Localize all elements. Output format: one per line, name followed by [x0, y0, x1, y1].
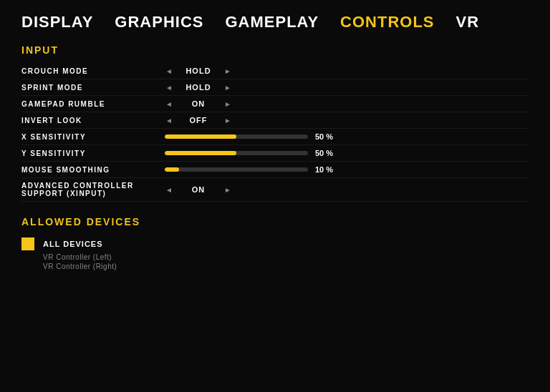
setting-row: SPRINT MODEHOLD	[21, 79, 529, 96]
setting-row: MOUSE SMOOTHING10 %	[21, 162, 529, 178]
setting-label: ADVANCED CONTROLLER SUPPORT (XINPUT)	[21, 182, 165, 197]
setting-label: CROUCH MODE	[21, 67, 165, 75]
nav-item-graphics[interactable]: GRAPHICS	[115, 13, 203, 31]
setting-value: HOLD	[180, 83, 216, 92]
slider-track[interactable]	[165, 167, 308, 172]
slider-control: 50 %	[165, 132, 529, 141]
arrow-left[interactable]	[165, 99, 173, 108]
device-item: ALL DEVICES	[21, 235, 529, 253]
slider-percent: 50 %	[315, 149, 340, 157]
arrow-left[interactable]	[165, 116, 173, 124]
arrow-control: HOLD	[165, 83, 232, 92]
arrow-right[interactable]	[223, 99, 232, 108]
setting-control: ON	[165, 185, 529, 194]
slider-control: 10 %	[165, 165, 529, 174]
arrow-control: ON	[165, 185, 232, 194]
device-checkbox[interactable]	[21, 237, 34, 250]
input-section-header: INPUT	[21, 44, 529, 56]
setting-value: ON	[180, 99, 216, 108]
setting-row: INVERT LOOKOFF	[21, 112, 529, 129]
setting-label: Y SENSITIVITY	[21, 150, 165, 157]
setting-label: MOUSE SMOOTHING	[21, 166, 165, 174]
setting-row: Y SENSITIVITY50 %	[21, 145, 529, 162]
slider-percent: 10 %	[315, 165, 340, 174]
slider-fill	[165, 151, 236, 155]
devices-list: ALL DEVICESVR Controller (Left)VR Contro…	[21, 235, 529, 272]
arrow-right[interactable]	[223, 116, 232, 124]
arrow-left[interactable]	[165, 83, 173, 92]
arrow-control: ON	[165, 99, 232, 108]
setting-control: 50 %	[165, 132, 529, 141]
navigation: DISPLAYGRAPHICSGAMEPLAYCONTROLSVR	[21, 13, 529, 31]
slider-track[interactable]	[165, 151, 308, 155]
setting-value: ON	[180, 185, 216, 194]
setting-control: OFF	[165, 116, 529, 124]
allowed-devices-section: ALLOWED DEVICES ALL DEVICESVR Controller…	[21, 216, 529, 272]
nav-item-controls[interactable]: CONTROLS	[340, 13, 434, 31]
nav-item-display[interactable]: DISPLAY	[21, 13, 93, 31]
setting-row: GAMEPAD RUMBLEON	[21, 96, 529, 112]
device-sub: VR Controller (Left)	[21, 253, 529, 263]
setting-label: X SENSITIVITY	[21, 133, 165, 141]
arrow-left[interactable]	[165, 67, 173, 75]
setting-row: ADVANCED CONTROLLER SUPPORT (XINPUT)ON	[21, 178, 529, 202]
arrow-control: OFF	[165, 116, 232, 124]
arrow-control: HOLD	[165, 67, 232, 75]
arrow-right[interactable]	[223, 83, 232, 92]
setting-label: INVERT LOOK	[21, 117, 165, 124]
setting-label: GAMEPAD RUMBLE	[21, 100, 165, 108]
settings-list: CROUCH MODEHOLDSPRINT MODEHOLDGAMEPAD RU…	[21, 63, 529, 202]
slider-track[interactable]	[165, 134, 308, 139]
arrow-right[interactable]	[223, 67, 232, 75]
setting-row: CROUCH MODEHOLD	[21, 63, 529, 79]
nav-item-gameplay[interactable]: GAMEPLAY	[225, 13, 319, 31]
slider-fill	[165, 167, 179, 172]
allowed-devices-header: ALLOWED DEVICES	[21, 216, 529, 227]
slider-percent: 50 %	[315, 132, 340, 141]
setting-value: HOLD	[180, 67, 216, 75]
slider-control: 50 %	[165, 149, 529, 157]
setting-label: SPRINT MODE	[21, 84, 165, 92]
slider-fill	[165, 134, 236, 139]
device-name: ALL DEVICES	[43, 240, 103, 248]
device-sub: VR Controller (Right)	[21, 263, 529, 272]
input-section: INPUT CROUCH MODEHOLDSPRINT MODEHOLDGAME…	[21, 44, 529, 212]
setting-control: HOLD	[165, 67, 529, 75]
setting-value: OFF	[180, 116, 216, 124]
setting-control: 10 %	[165, 165, 529, 174]
setting-control: ON	[165, 99, 529, 108]
nav-item-vr[interactable]: VR	[456, 13, 480, 31]
setting-control: HOLD	[165, 83, 529, 92]
setting-row: X SENSITIVITY50 %	[21, 129, 529, 145]
arrow-right[interactable]	[223, 185, 232, 194]
arrow-left[interactable]	[165, 185, 173, 194]
setting-control: 50 %	[165, 149, 529, 157]
